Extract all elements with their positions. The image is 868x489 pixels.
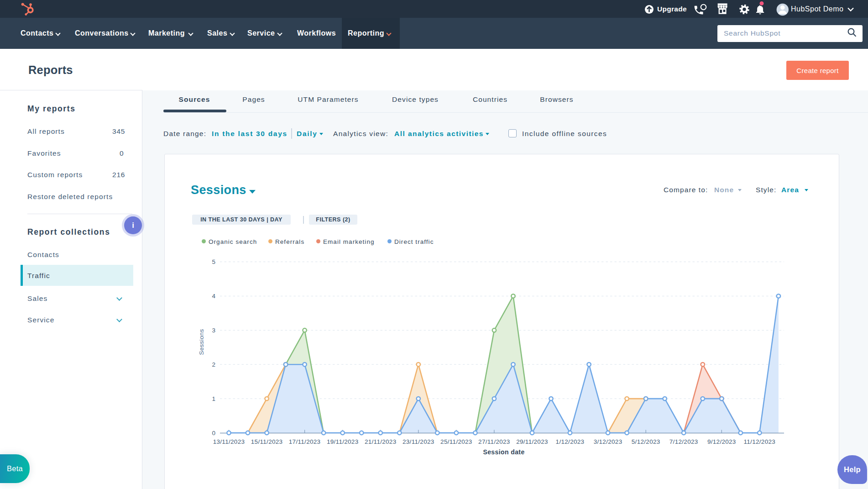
svg-text:11/12/2023: 11/12/2023 bbox=[744, 438, 776, 445]
svg-text:29/11/2023: 29/11/2023 bbox=[516, 438, 548, 445]
svg-text:5/12/2023: 5/12/2023 bbox=[632, 438, 660, 445]
svg-text:5: 5 bbox=[212, 258, 215, 265]
svg-text:2: 2 bbox=[212, 361, 215, 368]
svg-text:27/11/2023: 27/11/2023 bbox=[478, 438, 510, 445]
svg-text:25/11/2023: 25/11/2023 bbox=[440, 438, 472, 445]
svg-text:3: 3 bbox=[212, 327, 215, 334]
svg-text:4: 4 bbox=[212, 293, 215, 300]
svg-text:Sessions: Sessions bbox=[198, 329, 205, 355]
svg-text:Session date: Session date bbox=[483, 448, 524, 456]
svg-text:0: 0 bbox=[212, 430, 215, 436]
svg-text:1/12/2023: 1/12/2023 bbox=[556, 438, 585, 445]
svg-text:9/12/2023: 9/12/2023 bbox=[707, 438, 736, 445]
svg-text:1: 1 bbox=[212, 395, 215, 402]
svg-text:19/11/2023: 19/11/2023 bbox=[327, 438, 359, 445]
svg-text:3/12/2023: 3/12/2023 bbox=[594, 438, 622, 445]
svg-text:13/11/2023: 13/11/2023 bbox=[213, 438, 245, 445]
svg-text:7/12/2023: 7/12/2023 bbox=[669, 438, 698, 445]
svg-text:21/11/2023: 21/11/2023 bbox=[365, 438, 397, 445]
svg-text:17/11/2023: 17/11/2023 bbox=[289, 438, 321, 445]
svg-text:15/11/2023: 15/11/2023 bbox=[251, 438, 283, 445]
svg-text:23/11/2023: 23/11/2023 bbox=[403, 438, 434, 445]
